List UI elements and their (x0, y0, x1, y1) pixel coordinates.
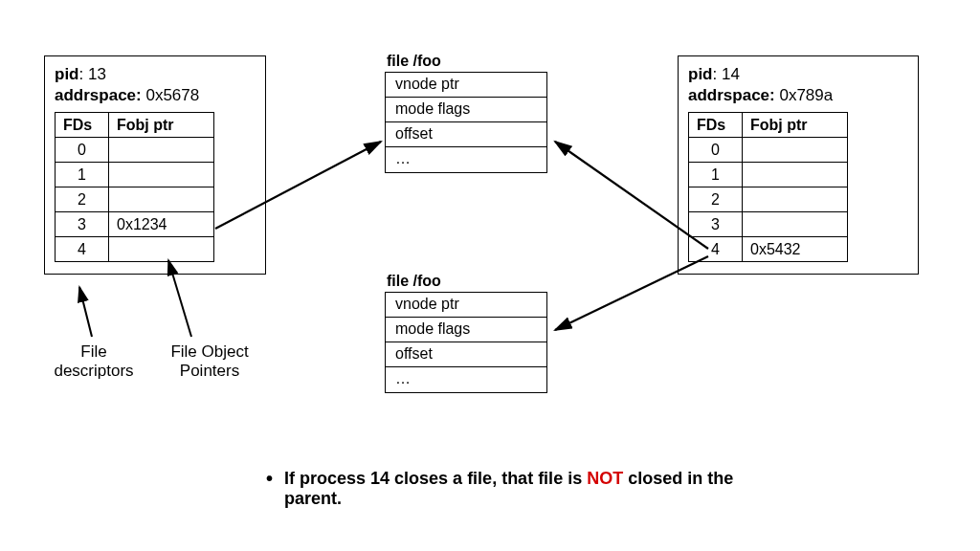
table-row: 3 (689, 212, 848, 237)
fd-table-1: FDs Fobj ptr 0 1 2 30x1234 4 (55, 112, 214, 262)
fd-table-2: FDs Fobj ptr 0 1 2 3 40x5432 (688, 112, 848, 262)
addrspace-value: 0x5678 (145, 86, 199, 104)
process-header: pid: 13 addrspace: 0x5678 (55, 64, 256, 106)
process-header: pid: 14 addrspace: 0x789a (688, 64, 908, 106)
addrspace-label: addrspace: (688, 86, 775, 104)
file-cells: vnode ptr mode flags offset … (385, 292, 547, 393)
file-title: file /foo (387, 273, 547, 290)
table-row: 0 (56, 138, 214, 163)
col-header-ptr: Fobj ptr (109, 113, 214, 138)
file-cell: offset (386, 342, 546, 367)
pid-value: 13 (88, 65, 106, 83)
file-title: file /foo (387, 53, 547, 70)
file-cell: mode flags (386, 318, 546, 342)
table-row: 0 (689, 138, 848, 163)
file-cell: vnode ptr (386, 73, 546, 98)
arrow-label-fds (79, 287, 92, 337)
file-cell: vnode ptr (386, 293, 546, 318)
pid-value: 14 (722, 65, 740, 83)
note-text: If process 14 closes a file, that file i… (284, 469, 763, 509)
file-block-2: file /foo vnode ptr mode flags offset … (385, 273, 547, 393)
pid-label: pid (55, 65, 79, 83)
table-row: 2 (56, 187, 214, 212)
table-row: 2 (689, 187, 848, 212)
pid-label: pid (688, 65, 713, 83)
col-header-ptr: Fobj ptr (743, 113, 848, 138)
col-header-fd: FDs (689, 113, 743, 138)
table-row: 1 (56, 163, 214, 187)
file-block-1: file /foo vnode ptr mode flags offset … (385, 53, 547, 173)
label-file-descriptors: File descriptors (46, 342, 142, 380)
file-cell: … (386, 147, 546, 172)
bullet-note: • If process 14 closes a file, that file… (266, 469, 763, 509)
label-file-object-pointers: File Object Pointers (157, 342, 262, 380)
table-row: 4 (56, 237, 214, 262)
table-row: 40x5432 (689, 237, 848, 262)
process-box-1: pid: 13 addrspace: 0x5678 FDs Fobj ptr 0… (44, 55, 266, 275)
process-box-2: pid: 14 addrspace: 0x789a FDs Fobj ptr 0… (678, 55, 919, 275)
table-row: 30x1234 (56, 212, 214, 237)
file-cells: vnode ptr mode flags offset … (385, 72, 547, 173)
bullet-icon: • (266, 469, 273, 488)
file-cell: mode flags (386, 98, 546, 122)
file-cell: offset (386, 122, 546, 147)
file-cell: … (386, 367, 546, 392)
addrspace-label: addrspace: (55, 86, 142, 104)
col-header-fd: FDs (56, 113, 109, 138)
addrspace-value: 0x789a (779, 86, 833, 104)
table-row: 1 (689, 163, 848, 187)
